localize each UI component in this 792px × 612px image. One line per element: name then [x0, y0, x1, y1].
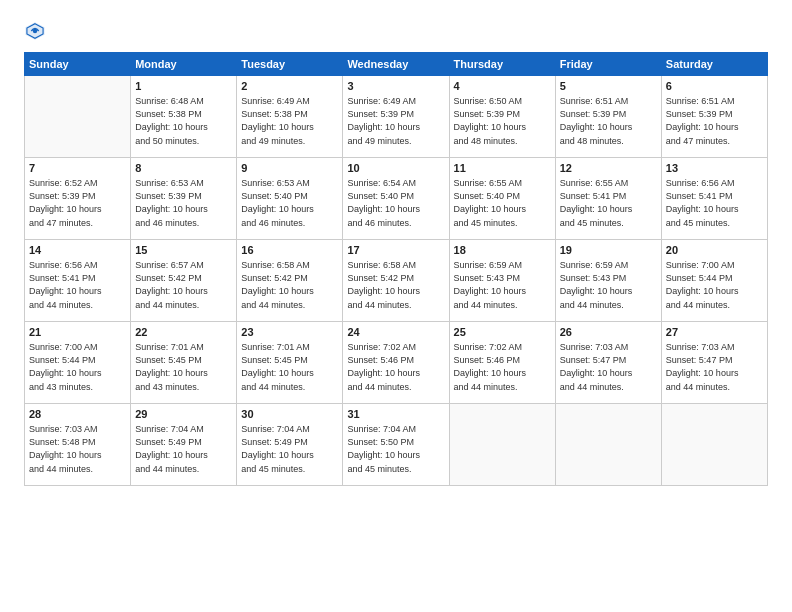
day-number: 3 [347, 79, 444, 94]
week-row-1: 7Sunrise: 6:52 AM Sunset: 5:39 PM Daylig… [25, 158, 768, 240]
day-cell: 14Sunrise: 6:56 AM Sunset: 5:41 PM Dayli… [25, 240, 131, 322]
day-info: Sunrise: 6:52 AM Sunset: 5:39 PM Dayligh… [29, 177, 126, 229]
day-cell: 23Sunrise: 7:01 AM Sunset: 5:45 PM Dayli… [237, 322, 343, 404]
day-number: 26 [560, 325, 657, 340]
day-info: Sunrise: 7:03 AM Sunset: 5:47 PM Dayligh… [666, 341, 763, 393]
day-cell: 5Sunrise: 6:51 AM Sunset: 5:39 PM Daylig… [555, 76, 661, 158]
day-info: Sunrise: 7:03 AM Sunset: 5:47 PM Dayligh… [560, 341, 657, 393]
week-row-0: 1Sunrise: 6:48 AM Sunset: 5:38 PM Daylig… [25, 76, 768, 158]
day-cell: 19Sunrise: 6:59 AM Sunset: 5:43 PM Dayli… [555, 240, 661, 322]
day-cell: 12Sunrise: 6:55 AM Sunset: 5:41 PM Dayli… [555, 158, 661, 240]
day-info: Sunrise: 6:53 AM Sunset: 5:40 PM Dayligh… [241, 177, 338, 229]
calendar: SundayMondayTuesdayWednesdayThursdayFrid… [24, 52, 768, 486]
calendar-body: 1Sunrise: 6:48 AM Sunset: 5:38 PM Daylig… [25, 76, 768, 486]
day-info: Sunrise: 6:51 AM Sunset: 5:39 PM Dayligh… [666, 95, 763, 147]
logo-icon [24, 20, 46, 42]
day-number: 24 [347, 325, 444, 340]
day-number: 29 [135, 407, 232, 422]
day-cell: 27Sunrise: 7:03 AM Sunset: 5:47 PM Dayli… [661, 322, 767, 404]
day-info: Sunrise: 6:51 AM Sunset: 5:39 PM Dayligh… [560, 95, 657, 147]
weekday-tuesday: Tuesday [237, 53, 343, 76]
day-cell: 18Sunrise: 6:59 AM Sunset: 5:43 PM Dayli… [449, 240, 555, 322]
day-cell: 16Sunrise: 6:58 AM Sunset: 5:42 PM Dayli… [237, 240, 343, 322]
day-cell: 25Sunrise: 7:02 AM Sunset: 5:46 PM Dayli… [449, 322, 555, 404]
day-info: Sunrise: 6:59 AM Sunset: 5:43 PM Dayligh… [454, 259, 551, 311]
day-cell: 6Sunrise: 6:51 AM Sunset: 5:39 PM Daylig… [661, 76, 767, 158]
day-info: Sunrise: 7:00 AM Sunset: 5:44 PM Dayligh… [666, 259, 763, 311]
day-info: Sunrise: 7:04 AM Sunset: 5:49 PM Dayligh… [241, 423, 338, 475]
day-info: Sunrise: 7:02 AM Sunset: 5:46 PM Dayligh… [347, 341, 444, 393]
day-number: 15 [135, 243, 232, 258]
day-number: 28 [29, 407, 126, 422]
day-number: 1 [135, 79, 232, 94]
day-number: 11 [454, 161, 551, 176]
day-cell: 17Sunrise: 6:58 AM Sunset: 5:42 PM Dayli… [343, 240, 449, 322]
day-info: Sunrise: 7:03 AM Sunset: 5:48 PM Dayligh… [29, 423, 126, 475]
day-number: 27 [666, 325, 763, 340]
day-info: Sunrise: 6:55 AM Sunset: 5:41 PM Dayligh… [560, 177, 657, 229]
day-number: 30 [241, 407, 338, 422]
calendar-header: SundayMondayTuesdayWednesdayThursdayFrid… [25, 53, 768, 76]
weekday-thursday: Thursday [449, 53, 555, 76]
day-cell: 2Sunrise: 6:49 AM Sunset: 5:38 PM Daylig… [237, 76, 343, 158]
day-number: 10 [347, 161, 444, 176]
day-info: Sunrise: 7:01 AM Sunset: 5:45 PM Dayligh… [241, 341, 338, 393]
day-number: 5 [560, 79, 657, 94]
day-info: Sunrise: 6:50 AM Sunset: 5:39 PM Dayligh… [454, 95, 551, 147]
day-number: 8 [135, 161, 232, 176]
day-cell: 11Sunrise: 6:55 AM Sunset: 5:40 PM Dayli… [449, 158, 555, 240]
day-cell: 20Sunrise: 7:00 AM Sunset: 5:44 PM Dayli… [661, 240, 767, 322]
day-cell: 24Sunrise: 7:02 AM Sunset: 5:46 PM Dayli… [343, 322, 449, 404]
day-cell: 3Sunrise: 6:49 AM Sunset: 5:39 PM Daylig… [343, 76, 449, 158]
day-cell: 31Sunrise: 7:04 AM Sunset: 5:50 PM Dayli… [343, 404, 449, 486]
day-cell: 10Sunrise: 6:54 AM Sunset: 5:40 PM Dayli… [343, 158, 449, 240]
day-cell: 1Sunrise: 6:48 AM Sunset: 5:38 PM Daylig… [131, 76, 237, 158]
day-number: 4 [454, 79, 551, 94]
day-number: 12 [560, 161, 657, 176]
day-info: Sunrise: 6:55 AM Sunset: 5:40 PM Dayligh… [454, 177, 551, 229]
day-cell: 4Sunrise: 6:50 AM Sunset: 5:39 PM Daylig… [449, 76, 555, 158]
day-number: 16 [241, 243, 338, 258]
day-info: Sunrise: 7:02 AM Sunset: 5:46 PM Dayligh… [454, 341, 551, 393]
day-cell [555, 404, 661, 486]
day-number: 17 [347, 243, 444, 258]
week-row-2: 14Sunrise: 6:56 AM Sunset: 5:41 PM Dayli… [25, 240, 768, 322]
day-number: 13 [666, 161, 763, 176]
day-number: 6 [666, 79, 763, 94]
day-info: Sunrise: 6:54 AM Sunset: 5:40 PM Dayligh… [347, 177, 444, 229]
day-info: Sunrise: 6:49 AM Sunset: 5:38 PM Dayligh… [241, 95, 338, 147]
day-info: Sunrise: 7:00 AM Sunset: 5:44 PM Dayligh… [29, 341, 126, 393]
header [24, 20, 768, 42]
day-number: 31 [347, 407, 444, 422]
day-cell: 15Sunrise: 6:57 AM Sunset: 5:42 PM Dayli… [131, 240, 237, 322]
day-number: 2 [241, 79, 338, 94]
day-info: Sunrise: 6:58 AM Sunset: 5:42 PM Dayligh… [241, 259, 338, 311]
day-info: Sunrise: 6:57 AM Sunset: 5:42 PM Dayligh… [135, 259, 232, 311]
day-number: 22 [135, 325, 232, 340]
week-row-3: 21Sunrise: 7:00 AM Sunset: 5:44 PM Dayli… [25, 322, 768, 404]
week-row-4: 28Sunrise: 7:03 AM Sunset: 5:48 PM Dayli… [25, 404, 768, 486]
day-cell [661, 404, 767, 486]
day-number: 7 [29, 161, 126, 176]
day-number: 18 [454, 243, 551, 258]
day-info: Sunrise: 7:01 AM Sunset: 5:45 PM Dayligh… [135, 341, 232, 393]
weekday-wednesday: Wednesday [343, 53, 449, 76]
day-info: Sunrise: 6:53 AM Sunset: 5:39 PM Dayligh… [135, 177, 232, 229]
day-cell: 26Sunrise: 7:03 AM Sunset: 5:47 PM Dayli… [555, 322, 661, 404]
weekday-sunday: Sunday [25, 53, 131, 76]
day-cell: 30Sunrise: 7:04 AM Sunset: 5:49 PM Dayli… [237, 404, 343, 486]
day-number: 21 [29, 325, 126, 340]
day-cell: 7Sunrise: 6:52 AM Sunset: 5:39 PM Daylig… [25, 158, 131, 240]
day-cell [25, 76, 131, 158]
day-info: Sunrise: 6:49 AM Sunset: 5:39 PM Dayligh… [347, 95, 444, 147]
day-info: Sunrise: 7:04 AM Sunset: 5:49 PM Dayligh… [135, 423, 232, 475]
day-number: 19 [560, 243, 657, 258]
day-info: Sunrise: 7:04 AM Sunset: 5:50 PM Dayligh… [347, 423, 444, 475]
page: SundayMondayTuesdayWednesdayThursdayFrid… [0, 0, 792, 612]
weekday-saturday: Saturday [661, 53, 767, 76]
day-cell: 29Sunrise: 7:04 AM Sunset: 5:49 PM Dayli… [131, 404, 237, 486]
day-cell: 8Sunrise: 6:53 AM Sunset: 5:39 PM Daylig… [131, 158, 237, 240]
weekday-friday: Friday [555, 53, 661, 76]
logo [24, 20, 50, 42]
day-number: 23 [241, 325, 338, 340]
